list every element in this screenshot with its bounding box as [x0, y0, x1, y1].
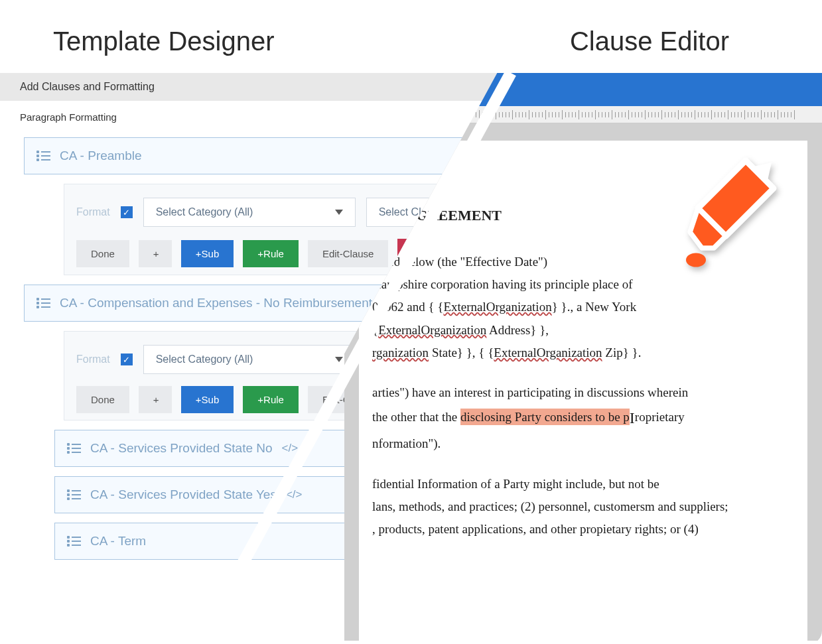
format-label: Format: [76, 206, 110, 218]
text-cursor-icon: I: [630, 404, 635, 432]
edit-clause-button[interactable]: Edit-Clause: [308, 240, 389, 267]
placeholder-org[interactable]: ExternalOrganization: [443, 300, 551, 314]
add-sub-button[interactable]: +Sub: [181, 240, 234, 267]
done-button[interactable]: Done: [76, 386, 129, 413]
placeholder-org[interactable]: rganization: [372, 346, 429, 359]
list-icon: [67, 489, 81, 500]
list-icon: [67, 443, 81, 454]
list-icon: [67, 536, 81, 547]
clause-label: CA - Compensation and Expenses - No Reim…: [60, 296, 372, 310]
clause-label: CA - Preamble: [60, 149, 142, 163]
add-rule-button[interactable]: +Rule: [243, 386, 299, 413]
add-button[interactable]: +: [139, 240, 172, 267]
placeholder-org[interactable]: ExternalOrganization: [378, 323, 486, 337]
add-rule-button[interactable]: +Rule: [243, 240, 299, 267]
list-icon: [36, 298, 50, 308]
svg-point-0: [686, 253, 706, 267]
clause-label: CA - Term: [90, 534, 146, 548]
category-select[interactable]: Select Category (All): [143, 198, 356, 227]
code-tag-icon: </>: [286, 488, 303, 501]
chevron-down-icon: [335, 210, 343, 215]
page-title-left: Template Designer: [53, 27, 570, 56]
add-sub-button[interactable]: +Sub: [181, 386, 234, 413]
clause-label: CA - Services Provided State Yes: [90, 487, 277, 502]
format-checkbox[interactable]: ✓: [121, 354, 133, 365]
page-title-right: Clause Editor: [570, 27, 769, 56]
category-select-label: Select Category (All): [156, 354, 253, 365]
code-tag-icon: </>: [282, 442, 299, 455]
document-body[interactable]: igned below (the "Effective Date") Hamps…: [372, 251, 774, 541]
placeholder-org[interactable]: ExternalOrganization: [494, 346, 602, 359]
highlighter-icon: [683, 153, 789, 272]
category-select[interactable]: Select Category (All): [143, 345, 356, 374]
highlighted-text[interactable]: disclosing Party considers to be p: [460, 409, 630, 425]
list-icon: [36, 151, 50, 161]
clause-label: CA - Services Provided State No: [90, 441, 273, 456]
done-button[interactable]: Done: [76, 240, 129, 267]
category-select-label: Select Category (All): [156, 206, 253, 218]
chevron-down-icon: [335, 357, 343, 362]
format-checkbox[interactable]: ✓: [121, 206, 133, 218]
format-label: Format: [76, 354, 110, 365]
add-button[interactable]: +: [139, 386, 172, 413]
